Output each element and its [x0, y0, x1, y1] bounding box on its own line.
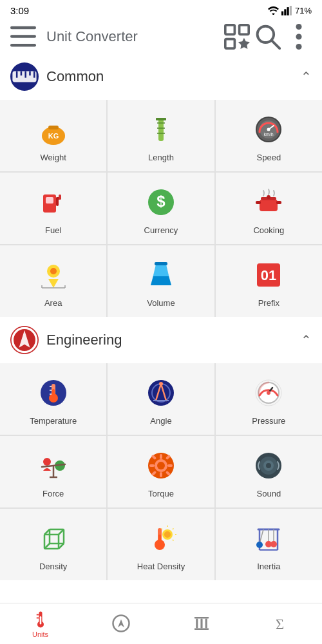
svg-rect-24	[48, 126, 59, 129]
grid-star-button[interactable]	[224, 24, 250, 50]
library-nav-icon	[192, 614, 211, 633]
force-item[interactable]: Force	[0, 436, 106, 507]
nav-units[interactable]: Units	[0, 603, 80, 644]
svg-rect-89	[160, 472, 162, 477]
length-icon	[143, 111, 179, 147]
svg-text:$: $	[156, 193, 166, 210]
engineering-grid: Temperature Angle	[0, 363, 322, 580]
app-bar-actions	[224, 24, 312, 50]
inertia-icon	[251, 520, 287, 556]
heat-density-label: Heat Density	[137, 562, 185, 571]
menu-button[interactable]	[10, 24, 36, 50]
angle-item[interactable]: Angle	[108, 363, 214, 435]
force-label: Force	[43, 489, 64, 498]
more-vertical-icon	[286, 24, 312, 50]
length-item[interactable]: Length	[108, 100, 214, 171]
svg-rect-4	[10, 26, 36, 30]
svg-text:KG: KG	[48, 132, 59, 140]
engineering-chevron-icon: ⌃	[301, 332, 312, 348]
svg-point-51	[50, 268, 57, 274]
svg-rect-38	[46, 197, 53, 204]
search-button[interactable]	[255, 24, 281, 50]
area-icon	[35, 257, 71, 293]
common-section-header[interactable]: Common ⌃	[0, 55, 322, 99]
currency-item[interactable]: $ Currency	[108, 173, 214, 244]
fuel-label: Fuel	[45, 225, 61, 235]
torque-item[interactable]: Torque	[108, 436, 214, 507]
svg-marker-56	[153, 265, 169, 276]
svg-rect-41	[59, 194, 61, 200]
temperature-item[interactable]: Temperature	[0, 363, 106, 435]
prefix-label: Prefix	[258, 298, 279, 308]
svg-rect-1	[284, 9, 286, 15]
cooking-label: Cooking	[253, 225, 284, 235]
grid-star-icon	[224, 24, 250, 50]
heat-density-item[interactable]: Heat Density	[108, 509, 214, 580]
fuel-icon	[35, 184, 71, 220]
svg-text:km/h: km/h	[264, 132, 274, 137]
engineering-icon	[10, 326, 39, 354]
svg-text:01: 01	[261, 267, 276, 283]
svg-rect-7	[225, 25, 235, 35]
torque-icon	[143, 448, 179, 484]
svg-rect-44	[260, 200, 278, 211]
nav-explore[interactable]	[80, 603, 161, 644]
speed-label: Speed	[257, 153, 281, 162]
svg-rect-66	[52, 389, 55, 399]
speed-item[interactable]: km/h Speed	[216, 100, 322, 171]
svg-point-74	[159, 382, 163, 386]
cooking-item[interactable]: Cooking	[216, 173, 322, 244]
fuel-item[interactable]: Fuel	[0, 173, 106, 244]
nav-library[interactable]	[161, 603, 242, 644]
svg-rect-90	[149, 464, 155, 467]
cooking-icon	[251, 184, 287, 220]
length-label: Length	[148, 153, 174, 162]
svg-point-99	[266, 463, 271, 468]
sound-icon	[251, 448, 287, 484]
volume-label: Volume	[147, 298, 175, 308]
currency-icon: $	[143, 184, 179, 220]
area-label: Area	[44, 298, 62, 308]
temperature-label: Temperature	[30, 416, 77, 426]
density-icon	[35, 520, 71, 556]
bottom-navigation: Units Σ	[0, 603, 322, 644]
heat-density-icon	[143, 520, 179, 556]
more-button[interactable]	[286, 24, 312, 50]
ruler-icon	[10, 62, 39, 91]
area-item[interactable]: Area	[0, 245, 106, 317]
svg-rect-6	[10, 44, 36, 47]
pressure-icon	[251, 375, 287, 411]
currency-label: Currency	[144, 225, 178, 235]
svg-marker-50	[48, 279, 59, 288]
svg-rect-3	[290, 6, 292, 15]
pressure-item[interactable]: Pressure	[216, 363, 322, 435]
prefix-item[interactable]: 01 Prefix	[216, 245, 322, 317]
speed-icon: km/h	[251, 111, 287, 147]
volume-item[interactable]: Volume	[108, 245, 214, 317]
signal-icon	[281, 6, 292, 15]
engineering-section-header[interactable]: Engineering ⌃	[0, 318, 322, 362]
nav-formula[interactable]: Σ	[242, 603, 322, 644]
weight-item[interactable]: KG Weight	[0, 100, 106, 171]
svg-marker-10	[238, 38, 250, 49]
svg-point-110	[164, 531, 171, 538]
density-item[interactable]: Density	[0, 509, 106, 580]
status-icons: 71%	[268, 6, 312, 15]
svg-point-13	[296, 24, 301, 30]
svg-line-115	[161, 529, 162, 530]
svg-line-114	[173, 540, 174, 541]
inertia-item[interactable]: Inertia	[216, 509, 322, 580]
status-time: 3:09	[10, 5, 29, 16]
units-nav-label: Units	[32, 630, 48, 638]
common-icon	[10, 62, 39, 91]
sound-item[interactable]: Sound	[216, 436, 322, 507]
svg-rect-57	[155, 262, 167, 265]
svg-rect-0	[281, 12, 283, 15]
common-grid: KG Weight Length	[0, 100, 322, 317]
formula-nav-icon: Σ	[272, 614, 292, 633]
svg-point-14	[296, 33, 301, 39]
svg-rect-27	[156, 118, 166, 120]
svg-point-125	[270, 541, 277, 547]
app-bar: Unit Converter	[0, 19, 322, 55]
svg-rect-46	[276, 201, 281, 204]
